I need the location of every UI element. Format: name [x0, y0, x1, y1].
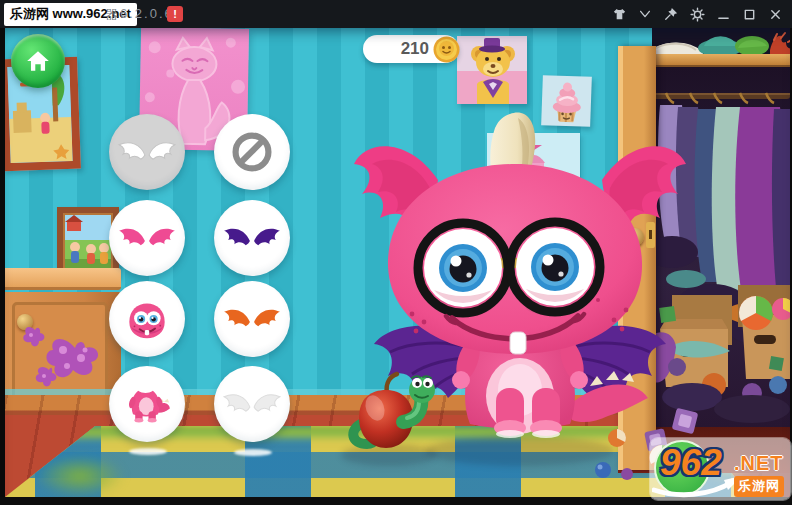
wings-faint-icon: [221, 388, 283, 420]
option-pet-face[interactable]: [109, 281, 185, 357]
watermark-site-name: 乐游网: [734, 476, 784, 497]
coin-icon: [433, 36, 460, 63]
maximize-icon[interactable]: [736, 3, 762, 25]
home-button[interactable]: [11, 34, 65, 88]
wings-purple-icon: [221, 222, 283, 254]
monster-tail: [568, 385, 648, 423]
monster-body-icon: [119, 376, 175, 432]
minimize-icon[interactable]: [710, 3, 736, 25]
theme-shirt-icon[interactable]: [606, 3, 632, 25]
home-icon: [25, 48, 51, 74]
wings-orange-icon: [221, 303, 283, 335]
pin-icon[interactable]: [658, 3, 684, 25]
wardrobe-shelf: [646, 54, 790, 67]
window-border-left: [0, 28, 5, 505]
watermark-number: 962: [660, 444, 722, 481]
option-wings-faint[interactable]: [214, 366, 290, 442]
coin-count: 210: [401, 39, 429, 59]
wings-white-icon: [116, 136, 178, 168]
wings-pink-icon: [116, 222, 178, 254]
window-controls: [606, 0, 788, 28]
option-wings-purple[interactable]: [214, 200, 290, 276]
version-text: 6.2.0.6: [120, 6, 174, 21]
option-wings-pink[interactable]: [109, 200, 185, 276]
option-pet-body[interactable]: [109, 366, 185, 442]
watermark-net: .NET: [734, 452, 784, 475]
prohibition-icon: [226, 126, 278, 178]
option-shadow-left: [129, 448, 167, 455]
watermark-962net: 962 .NET 乐游网: [650, 438, 791, 500]
coin-counter[interactable]: 210: [363, 35, 459, 63]
emulator-name-partial: 器: [105, 6, 118, 24]
settings-gear-icon[interactable]: [684, 3, 710, 25]
option-wings-none[interactable]: [214, 114, 290, 190]
alert-badge[interactable]: !: [167, 6, 183, 22]
game-viewport: 210: [5, 28, 790, 497]
option-wings-white[interactable]: [109, 114, 185, 190]
titlebar: 乐游网 www.962.net 器 6.2.0.6 !: [0, 0, 792, 28]
butterfly-stickers: [23, 326, 113, 388]
teddy-picture: [457, 36, 527, 104]
monster-face-icon: [119, 291, 175, 347]
option-shadow-right: [234, 449, 272, 456]
dresser-top: [5, 268, 121, 290]
chevron-down-icon[interactable]: [632, 3, 658, 25]
close-icon[interactable]: [762, 3, 788, 25]
apple-with-worm[interactable]: [345, 370, 445, 456]
emulator-window: 乐游网 www.962.net 器 6.2.0.6 !: [0, 0, 792, 505]
option-wings-orange[interactable]: [214, 281, 290, 357]
